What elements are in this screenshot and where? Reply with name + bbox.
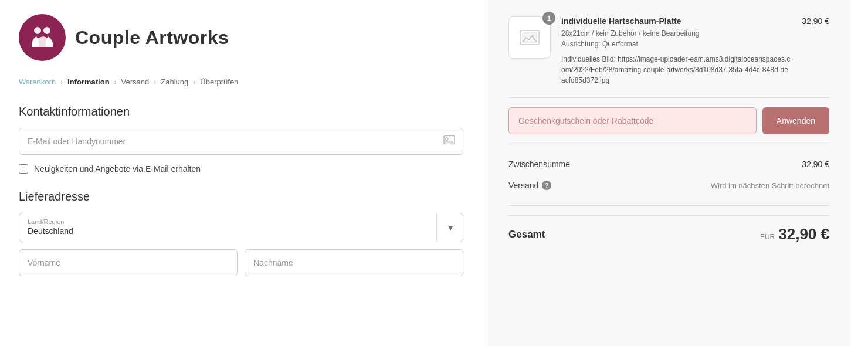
svg-rect-8 — [523, 33, 537, 42]
total-value-area: EUR 32,90 € — [760, 225, 829, 243]
breadcrumb-sep-3: › — [154, 78, 156, 86]
breadcrumb-zahlung: Zahlung — [161, 77, 188, 86]
coupon-input[interactable] — [508, 107, 757, 134]
total-amount: 32,90 € — [778, 225, 829, 243]
contact-card-icon — [443, 135, 455, 148]
logo-icon — [19, 14, 66, 61]
country-label: Land/Region — [19, 213, 463, 225]
subtotal-label: Zwischensumme — [508, 160, 570, 169]
left-panel: Couple Artworks Warenkorb › Information … — [0, 0, 487, 346]
product-url-label: Individuelles Bild: — [561, 55, 616, 63]
shipping-summary-value: Wird im nächsten Schritt berechnet — [711, 181, 829, 190]
divider-3 — [508, 205, 829, 206]
breadcrumb-warenkorb[interactable]: Warenkorb — [19, 77, 56, 86]
firstname-wrapper — [19, 249, 238, 276]
breadcrumb: Warenkorb › Information › Versand › Zahl… — [19, 77, 463, 86]
contact-title: Kontaktinformationen — [19, 105, 463, 118]
email-input[interactable] — [19, 128, 463, 155]
divider-1 — [508, 97, 829, 98]
subtotal-value: 32,90 € — [802, 160, 829, 169]
shipping-summary-label: Versand ? — [508, 181, 551, 190]
newsletter-checkbox[interactable] — [19, 164, 28, 174]
newsletter-label[interactable]: Neuigkeiten und Angebote via E-Mail erha… — [34, 164, 201, 174]
shipping-help-icon[interactable]: ? — [542, 181, 551, 190]
product-details-line2: Ausrichtung: Querformat — [561, 39, 791, 49]
coupon-apply-button[interactable]: Anwenden — [762, 107, 829, 134]
newsletter-row: Neuigkeiten und Angebote via E-Mail erha… — [19, 164, 463, 174]
shipping-title: Lieferadresse — [19, 190, 463, 203]
breadcrumb-sep-2: › — [114, 78, 117, 86]
subtotal-row: Zwischensumme 32,90 € — [508, 154, 829, 175]
svg-point-9 — [533, 34, 535, 36]
divider-2 — [508, 144, 829, 144]
breadcrumb-sep-4: › — [193, 78, 195, 86]
logo-area: Couple Artworks — [19, 14, 463, 61]
product-price: 32,90 € — [802, 16, 829, 86]
product-details-line1: 28x21cm / kein Zubehör / keine Bearbeitu… — [561, 28, 791, 39]
logo-text: Couple Artworks — [75, 27, 229, 49]
product-url: Individuelles Bild: https://image-upload… — [561, 54, 791, 86]
svg-point-0 — [34, 27, 41, 34]
total-label: Gesamt — [508, 229, 545, 240]
svg-point-1 — [43, 27, 50, 34]
shipping-section: Lieferadresse Land/Region Deutschland ▼ — [19, 190, 463, 286]
lastname-input[interactable] — [245, 249, 463, 276]
firstname-input[interactable] — [19, 249, 238, 276]
breadcrumb-sep-1: › — [60, 78, 63, 86]
breadcrumb-information: Information — [67, 77, 110, 86]
lastname-wrapper — [245, 249, 463, 276]
svg-rect-3 — [445, 138, 448, 141]
product-info: individuelle Hartschaum-Platte 28x21cm /… — [561, 16, 791, 86]
shipping-row: Versand ? Wird im nächsten Schritt berec… — [508, 175, 829, 196]
product-quantity-badge: 1 — [542, 12, 555, 25]
product-name: individuelle Hartschaum-Platte — [561, 16, 791, 26]
email-input-wrapper — [19, 128, 463, 155]
contact-section: Kontaktinformationen Neuigkeiten und Ang… — [19, 105, 463, 174]
name-row — [19, 249, 463, 286]
country-select[interactable]: Deutschland — [19, 225, 463, 242]
product-row: 1 individuelle Hartschaum-Platte 28x21cm… — [508, 16, 829, 86]
breadcrumb-versand: Versand — [121, 77, 150, 86]
coupon-row: Anwenden — [508, 107, 829, 134]
breadcrumb-uberprüfen: Überprüfen — [200, 77, 238, 86]
country-select-wrapper: Land/Region Deutschland ▼ — [19, 213, 463, 242]
total-row: Gesamt EUR 32,90 € — [508, 215, 829, 246]
total-currency: EUR — [760, 233, 775, 241]
right-panel: 1 individuelle Hartschaum-Platte 28x21cm… — [487, 0, 850, 346]
product-thumb-wrapper: 1 — [508, 16, 551, 86]
